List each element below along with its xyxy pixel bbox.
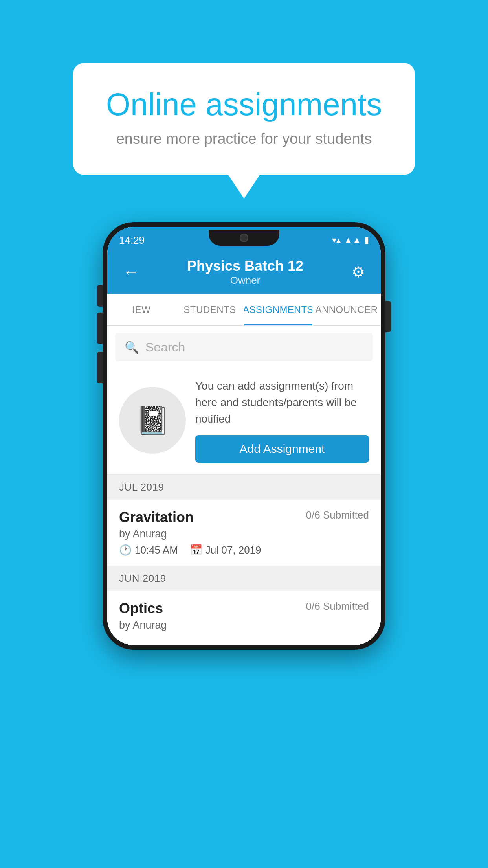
month-header-jul: JUL 2019 (107, 475, 381, 500)
wifi-icon: ▾▴ (332, 235, 341, 245)
assignment-top-optics: Optics 0/6 Submitted (119, 600, 369, 617)
promo-text: You can add assignment(s) from here and … (195, 378, 369, 427)
promo-icon-circle: 📓 (119, 387, 186, 454)
tab-assignments[interactable]: ASSIGNMENTS (244, 294, 312, 326)
search-bar[interactable]: 🔍 Search (115, 333, 373, 361)
app-bar-subtitle: Owner (187, 274, 303, 287)
tab-iew[interactable]: IEW (107, 294, 176, 326)
speech-bubble-tail (228, 175, 260, 199)
settings-button[interactable]: ⚙ (348, 259, 369, 285)
assignment-meta-gravitation: 🕐 10:45 AM 📅 Jul 07, 2019 (119, 544, 369, 556)
assignment-date-gravitation: Jul 07, 2019 (205, 544, 261, 556)
tabs-bar: IEW STUDENTS ASSIGNMENTS ANNOUNCER (107, 294, 381, 326)
speech-bubble: Online assignments ensure more practice … (73, 63, 415, 175)
assignment-name-gravitation: Gravitation (119, 509, 194, 526)
phone-notch (209, 230, 279, 246)
status-time: 14:29 (119, 234, 145, 246)
meta-time-gravitation: 🕐 10:45 AM (119, 544, 178, 556)
calendar-icon: 📅 (190, 544, 202, 556)
phone-screen: 14:29 ▾▴ ▲▲ ▮ ← Physics Batch 12 Owner ⚙ (107, 227, 381, 645)
meta-date-gravitation: 📅 Jul 07, 2019 (190, 544, 261, 556)
content-area: 🔍 Search 📓 You can add assignment(s) fro… (107, 326, 381, 645)
phone-outer: 14:29 ▾▴ ▲▲ ▮ ← Physics Batch 12 Owner ⚙ (103, 222, 385, 650)
speech-bubble-title: Online assignments (101, 86, 387, 123)
notebook-icon: 📓 (136, 404, 170, 436)
search-icon: 🔍 (125, 340, 139, 354)
status-icons: ▾▴ ▲▲ ▮ (332, 235, 369, 245)
assignment-time-gravitation: 10:45 AM (135, 544, 178, 556)
search-placeholder: Search (145, 340, 185, 355)
assignment-submitted-gravitation: 0/6 Submitted (306, 509, 369, 521)
promo-section: 📓 You can add assignment(s) from here an… (107, 368, 381, 475)
phone-camera (240, 234, 248, 242)
speech-bubble-subtitle: ensure more practice for your students (101, 131, 387, 147)
assignment-top: Gravitation 0/6 Submitted (119, 509, 369, 526)
phone-side-btn-top (97, 285, 103, 307)
app-bar-center: Physics Batch 12 Owner (187, 258, 303, 287)
assignment-submitted-optics: 0/6 Submitted (306, 600, 369, 612)
signal-icon: ▲▲ (344, 235, 361, 245)
assignment-by-optics: by Anurag (119, 619, 369, 631)
battery-icon: ▮ (364, 235, 369, 245)
clock-icon: 🕐 (119, 544, 132, 556)
phone-power-button (385, 301, 391, 332)
assignment-by-gravitation: by Anurag (119, 528, 369, 540)
tab-students[interactable]: STUDENTS (176, 294, 244, 326)
tab-announcements[interactable]: ANNOUNCER (312, 294, 381, 326)
phone-volume-down-button (97, 352, 103, 383)
app-bar-title: Physics Batch 12 (187, 258, 303, 274)
month-header-jun: JUN 2019 (107, 566, 381, 591)
search-bar-container: 🔍 Search (107, 326, 381, 368)
phone-volume-up-button (97, 313, 103, 344)
assignment-name-optics: Optics (119, 600, 163, 617)
promo-right: You can add assignment(s) from here and … (195, 378, 369, 463)
phone-mockup: 14:29 ▾▴ ▲▲ ▮ ← Physics Batch 12 Owner ⚙ (103, 222, 385, 650)
assignment-item-optics[interactable]: Optics 0/6 Submitted by Anurag (107, 591, 381, 645)
back-button[interactable]: ← (119, 259, 143, 285)
app-bar: ← Physics Batch 12 Owner ⚙ (107, 250, 381, 294)
assignment-item-gravitation[interactable]: Gravitation 0/6 Submitted by Anurag 🕐 10… (107, 500, 381, 566)
speech-bubble-container: Online assignments ensure more practice … (73, 63, 415, 199)
add-assignment-button[interactable]: Add Assignment (195, 435, 369, 463)
